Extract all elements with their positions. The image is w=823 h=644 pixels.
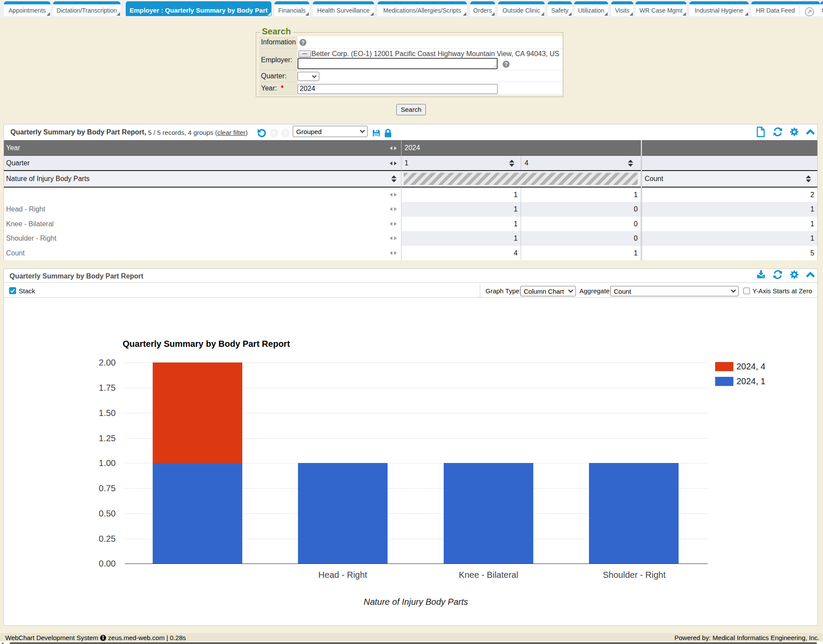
svg-text:?: ? — [301, 40, 304, 46]
svg-text:?: ? — [505, 61, 508, 67]
